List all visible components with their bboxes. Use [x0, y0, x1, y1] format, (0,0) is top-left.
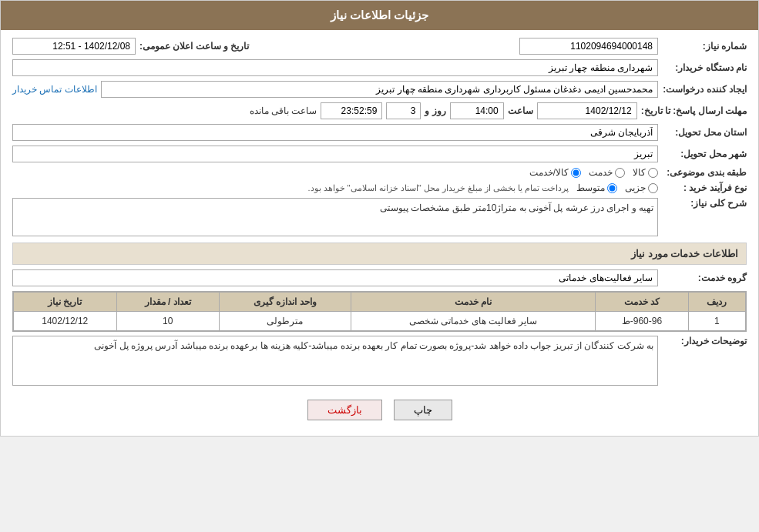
radio-khadamat-item: خدمت [589, 167, 625, 178]
radio-kala-khadamat-label: کالا/خدمت [529, 167, 569, 178]
table-header: تاریخ نیاز [14, 293, 117, 312]
print-button[interactable]: چاپ [394, 400, 452, 420]
group-row: گروه خدمت: [12, 269, 747, 286]
toozihat-textarea: به شرکت کنندگان از تبریز جواب داده خواهد… [12, 336, 658, 386]
radio-kala-khadamat[interactable] [571, 168, 581, 178]
radio-jazee[interactable] [648, 183, 658, 193]
mohlat-row: مهلت ارسال پاسخ: تا تاریخ: ساعت روز و سا… [12, 102, 747, 119]
table-header: نام خدمت [351, 293, 596, 312]
services-table-wrapper: ردیفکد خدمتنام خدمتواحد اندازه گیریتعداد… [12, 291, 747, 332]
tabaqe-row: طبقه بندی موضوعی: کالا خدمت کالا/خدمت [12, 167, 747, 178]
toozihat-row: توضیحات خریدار: به شرکت کنندگان از تبریز… [12, 336, 747, 386]
khadamat-section-title: اطلاعات خدمات مورد نیاز [12, 243, 747, 265]
shomare-niaz-label: شماره نیاز: [662, 41, 747, 52]
shahr-input[interactable] [12, 146, 658, 162]
ijad-konande-label: ایجاد کننده درخواست: [662, 84, 747, 95]
table-cell: 1402/12/12 [14, 312, 117, 331]
radio-kala-khadamat-item: کالا/خدمت [529, 167, 581, 178]
remaining-label: ساعت باقی مانده [250, 105, 317, 116]
group-label: گروه خدمت: [662, 273, 747, 283]
table-header: واحد اندازه گیری [219, 293, 351, 312]
table-cell: سایر فعالیت های خدماتی شخصی [351, 312, 596, 331]
radio-motevasset-label: متوسط [576, 182, 605, 193]
saat-label: ساعت [508, 105, 533, 116]
radio-kala-label: کالا [633, 167, 646, 178]
ostan-row: استان محل تحویل: [12, 124, 747, 141]
radio-kala-item: کالا [633, 167, 658, 178]
radio-khadamat[interactable] [615, 168, 625, 178]
sharh-textarea: تهیه و اجرای درز عرشه پل آخونی به متراژ1… [12, 198, 658, 236]
process-note: پرداخت تمام یا بخشی از مبلغ خریدار محل "… [12, 183, 569, 193]
remaining-input[interactable] [321, 102, 382, 119]
tabaqe-radio-group: کالا خدمت کالا/خدمت [12, 167, 658, 178]
tarikhe-elan-label: تاریخ و ساعت اعلان عمومی: [139, 41, 249, 52]
nam-dastgah-label: نام دستگاه خریدار: [662, 62, 747, 73]
tabaqe-label: طبقه بندی موضوعی: [662, 167, 747, 178]
services-table: ردیفکد خدمتنام خدمتواحد اندازه گیریتعداد… [13, 292, 746, 331]
rooz-input[interactable] [386, 102, 421, 119]
shahr-row: شهر محل تحویل: [12, 146, 747, 162]
farayan-radio-group: جزیی متوسط پرداخت تمام یا بخشی از مبلغ خ… [12, 182, 658, 193]
radio-motevasset[interactable] [607, 183, 617, 193]
saat-input[interactable] [450, 102, 504, 119]
radio-khadamat-label: خدمت [589, 167, 613, 178]
table-header: تعداد / مقدار [116, 293, 219, 312]
noefarayand-label: نوع فرآیند خرید : [662, 182, 747, 193]
radio-motevasset-item: متوسط [576, 182, 617, 193]
page-title: جزئیات اطلاعات نیاز [331, 8, 428, 22]
table-row: 1960-96-طسایر فعالیت های خدماتی شخصیمترط… [14, 312, 746, 331]
ostan-input[interactable] [12, 124, 658, 141]
table-header: کد خدمت [596, 293, 688, 312]
table-cell: 960-96-ط [596, 312, 688, 331]
sharh-label: شرح کلی نیاز: [662, 198, 747, 209]
sharh-row: شرح کلی نیاز: تهیه و اجرای درز عرشه پل آ… [12, 198, 747, 236]
nam-dastgah-input[interactable] [12, 59, 658, 76]
shomare-niaz-input[interactable] [519, 38, 658, 55]
ijad-konande-input[interactable] [101, 81, 658, 98]
shahr-label: شهر محل تحویل: [662, 149, 747, 159]
ostan-label: استان محل تحویل: [662, 127, 747, 138]
nam-dastgah-row: نام دستگاه خریدار: [12, 59, 747, 76]
mohlat-label: مهلت ارسال پاسخ: تا تاریخ: [641, 105, 747, 116]
radio-kala[interactable] [648, 168, 658, 178]
table-cell: مترطولی [219, 312, 351, 331]
group-input[interactable] [12, 269, 658, 286]
tarikhe-elan-input[interactable] [12, 38, 136, 55]
page-header: جزئیات اطلاعات نیاز [1, 1, 758, 30]
table-cell: 1 [688, 312, 745, 331]
noefarayand-row: نوع فرآیند خرید : جزیی متوسط پرداخت تمام… [12, 182, 747, 193]
table-header: ردیف [688, 293, 745, 312]
etelaate-tamas-link[interactable]: اطلاعات تماس خریدار [12, 84, 97, 95]
toozihat-label: توضیحات خریدار: [662, 336, 747, 346]
rooz-label: روز و [425, 105, 445, 116]
table-cell: 10 [116, 312, 219, 331]
shomare-niaz-row: شماره نیاز: تاریخ و ساعت اعلان عمومی: [12, 38, 747, 55]
back-button[interactable]: بازگشت [307, 400, 382, 420]
radio-jazee-item: جزیی [625, 182, 658, 193]
buttons-row: چاپ بازگشت [12, 390, 747, 428]
radio-jazee-label: جزیی [625, 182, 646, 193]
ijad-konande-row: ایجاد کننده درخواست: اطلاعات تماس خریدار [12, 81, 747, 98]
date-input[interactable] [537, 102, 637, 119]
